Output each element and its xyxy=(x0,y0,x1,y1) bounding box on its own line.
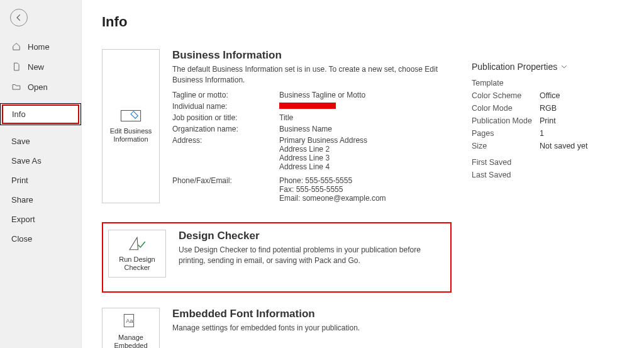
prop-row-template: Template xyxy=(472,77,629,89)
info-value-address: Primary Business Address Address Line 2 … xyxy=(279,135,452,172)
prop-value xyxy=(540,158,629,167)
prop-label: Last Saved xyxy=(472,171,540,179)
section-desc: The default Business Information set is … xyxy=(172,64,452,86)
button-label: Run Design Checker xyxy=(111,255,163,272)
prop-label: Color Mode xyxy=(472,104,540,113)
nav-label: Save xyxy=(11,137,30,146)
prop-value: 1 xyxy=(540,129,629,138)
button-label: Edit Business Information xyxy=(105,127,157,143)
prop-value: RGB xyxy=(540,104,629,113)
address-line: Address Line 4 xyxy=(279,162,452,171)
info-label-address: Address: xyxy=(172,135,279,172)
properties-heading[interactable]: Publication Properties xyxy=(472,62,629,72)
nav-label: Home xyxy=(28,42,50,52)
business-card-icon xyxy=(120,108,142,123)
button-label: Manage Embedded Fonts xyxy=(105,334,157,348)
folder-open-icon xyxy=(11,82,21,92)
address-line: Primary Business Address xyxy=(279,136,452,145)
edit-business-info-button[interactable]: Edit Business Information xyxy=(102,49,160,203)
contact-line: Fax: 555-555-5555 xyxy=(279,185,452,194)
main-content: Info Edit Business Information Business … xyxy=(82,0,644,348)
prop-row-size: Size Not saved yet xyxy=(472,140,629,152)
business-info-grid: Tagline or motto: Business Tagline or Mo… xyxy=(172,90,452,203)
info-value-tagline: Business Tagline or Motto xyxy=(279,90,452,100)
prop-label: Size xyxy=(472,142,540,150)
nav-home[interactable]: Home xyxy=(0,36,81,57)
info-value-org: Business Name xyxy=(279,124,452,134)
info-label-job: Job position or title: xyxy=(172,113,279,123)
section-title: Embedded Font Information xyxy=(172,308,452,320)
nav-save-as[interactable]: Save As xyxy=(0,151,81,171)
nav-label: Close xyxy=(11,234,32,244)
section-desc: Use Design Checker to find potential pro… xyxy=(179,245,445,267)
prop-label: Template xyxy=(472,79,540,87)
info-label-tagline: Tagline or motto: xyxy=(172,90,279,100)
prop-row-pub-mode: Publication Mode Print xyxy=(472,115,629,127)
nav-new[interactable]: New xyxy=(0,57,81,77)
nav-label: Print xyxy=(11,176,28,185)
back-button[interactable] xyxy=(10,9,28,26)
prop-value xyxy=(540,171,629,179)
section-desc: Manage settings for embedded fonts in yo… xyxy=(172,323,452,334)
prop-value xyxy=(540,79,629,87)
redacted-name xyxy=(279,103,336,109)
manage-embedded-fonts-button[interactable]: Aa Manage Embedded Fonts xyxy=(102,308,160,348)
section-embedded-fonts: Aa Manage Embedded Fonts Embedded Font I… xyxy=(102,304,452,348)
info-value-individual xyxy=(279,101,452,111)
nav-print[interactable]: Print xyxy=(0,171,81,190)
address-line: Address Line 3 xyxy=(279,154,452,162)
backstage-sidebar: Home New Open Info Save Save As Print Sh… xyxy=(0,0,82,348)
section-design-checker: Run Design Checker Design Checker Use De… xyxy=(102,222,452,293)
prop-label: Publication Mode xyxy=(472,116,540,125)
nav-label: Share xyxy=(11,195,33,205)
prop-row-color-scheme: Color Scheme Office xyxy=(472,89,629,102)
chevron-down-icon xyxy=(561,64,567,70)
nav-info[interactable]: Info xyxy=(2,104,79,124)
prop-label: First Saved xyxy=(472,158,540,167)
info-label-org: Organization name: xyxy=(172,124,279,134)
nav-close[interactable]: Close xyxy=(0,229,81,249)
prop-row-pages: Pages 1 xyxy=(472,127,629,140)
document-icon xyxy=(11,62,21,72)
home-icon xyxy=(11,42,21,52)
prop-row-color-mode: Color Mode RGB xyxy=(472,102,629,115)
svg-text:Aa: Aa xyxy=(126,318,133,324)
nav-label: Open xyxy=(28,82,48,92)
prop-row-first-saved: First Saved xyxy=(472,156,629,169)
info-label-individual: Individual name: xyxy=(172,101,279,111)
prop-row-last-saved: Last Saved xyxy=(472,169,629,181)
section-title: Business Information xyxy=(172,49,452,62)
section-business-info: Edit Business Information Business Infor… xyxy=(102,45,452,207)
nav-open[interactable]: Open xyxy=(0,77,81,97)
publication-properties-panel: Publication Properties Template Color Sc… xyxy=(472,14,629,348)
address-line: Address Line 2 xyxy=(279,145,452,154)
embedded-font-icon: Aa xyxy=(122,313,140,330)
info-label-phone: Phone/Fax/Email: xyxy=(172,176,279,203)
contact-line: Phone: 555-555-5555 xyxy=(279,176,452,185)
page-title: Info xyxy=(102,14,452,30)
nav-label: Info xyxy=(12,109,26,119)
run-design-checker-button[interactable]: Run Design Checker xyxy=(108,230,166,278)
nav-share[interactable]: Share xyxy=(0,190,81,210)
prop-label: Pages xyxy=(472,129,540,138)
section-title: Design Checker xyxy=(179,230,445,242)
design-checker-icon xyxy=(128,235,147,252)
properties-heading-label: Publication Properties xyxy=(472,62,557,72)
info-value-job: Title xyxy=(279,113,452,123)
nav-label: Export xyxy=(11,215,35,224)
prop-label: Color Scheme xyxy=(472,91,540,100)
nav-label: Save As xyxy=(11,156,42,166)
nav-export[interactable]: Export xyxy=(0,210,81,229)
nav-info-highlight-outer: Info xyxy=(0,103,81,125)
contact-line: Email: someone@example.com xyxy=(279,194,452,203)
nav-label: New xyxy=(28,62,44,72)
nav-save[interactable]: Save xyxy=(0,132,81,151)
back-arrow-icon xyxy=(14,13,23,22)
prop-value: Print xyxy=(540,116,629,125)
prop-value: Not saved yet xyxy=(540,142,629,150)
prop-value: Office xyxy=(540,91,629,100)
info-value-phone: Phone: 555-555-5555 Fax: 555-555-5555 Em… xyxy=(279,176,452,203)
